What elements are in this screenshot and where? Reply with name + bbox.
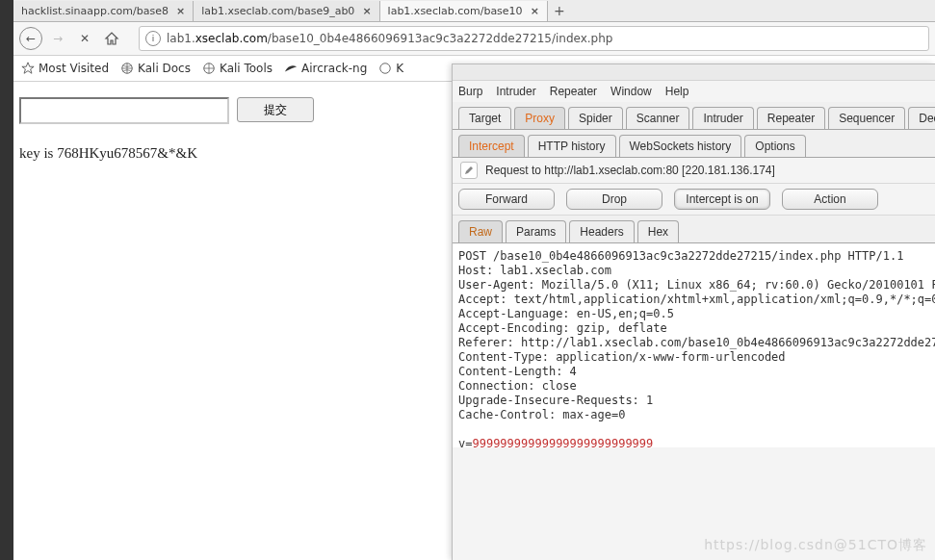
tab-proxy[interactable]: Proxy [514, 107, 565, 129]
viewtab-params[interactable]: Params [506, 220, 566, 242]
tab-title: hacklist.sinaapp.com/base8 [21, 5, 169, 17]
menu-repeater[interactable]: Repeater [550, 85, 597, 98]
bookmark-most-visited[interactable]: Most Visited [21, 62, 109, 75]
tab-strip: hacklist.sinaapp.com/base8 × lab1.xsecla… [13, 0, 935, 22]
bookmark-label: Kali Tools [220, 62, 273, 75]
drop-button[interactable]: Drop [566, 189, 662, 210]
back-button[interactable]: ← [19, 27, 42, 50]
globe-icon [202, 62, 216, 75]
menu-help[interactable]: Help [665, 85, 689, 98]
raw-line: Referer: http://lab1.xseclab.com/base10_… [458, 336, 935, 349]
pencil-icon [464, 165, 474, 175]
close-icon[interactable]: × [531, 5, 539, 17]
raw-line: POST /base10_0b4e4866096913ac9c3a2272dde… [458, 249, 903, 263]
viewtab-raw[interactable]: Raw [458, 220, 503, 242]
close-icon[interactable]: × [362, 5, 371, 17]
stop-button[interactable]: ✕ [73, 27, 96, 50]
tab-scanner[interactable]: Scanner [626, 107, 690, 129]
bookmark-label: K [396, 62, 403, 75]
watermark-text: https://blog.csdn@51CTO博客 [704, 537, 927, 554]
burp-main-tabs: Target Proxy Spider Scanner Intruder Rep… [453, 107, 935, 129]
stop-icon: ✕ [80, 32, 90, 45]
bookmark-label: Kali Docs [138, 62, 191, 75]
submit-button[interactable]: 提交 [237, 97, 314, 122]
raw-line: Cache-Control: max-age=0 [458, 408, 625, 421]
value-input[interactable] [19, 97, 229, 124]
action-button[interactable]: Action [782, 189, 878, 210]
browser-tab-0[interactable]: hacklist.sinaapp.com/base8 × [13, 1, 194, 21]
tab-intruder[interactable]: Intruder [692, 107, 753, 129]
burp-titlebar[interactable] [453, 64, 935, 81]
subtab-options[interactable]: Options [744, 135, 805, 157]
raw-line: Content-Length: 4 [458, 365, 577, 378]
forward-button[interactable]: → [46, 27, 69, 50]
new-tab-button[interactable]: + [548, 3, 571, 18]
menu-intruder[interactable]: Intruder [496, 85, 535, 98]
viewtab-hex[interactable]: Hex [637, 220, 679, 242]
bookmark-truncated[interactable]: K [378, 62, 403, 75]
bookmark-aircrack[interactable]: Aircrack-ng [284, 62, 367, 75]
raw-body-param: v=99999999999999999999999999 [458, 437, 653, 447]
tab-spider[interactable]: Spider [568, 107, 623, 129]
subtab-http-history[interactable]: HTTP history [528, 135, 616, 157]
site-info-icon[interactable]: i [145, 31, 161, 46]
back-arrow-icon: ← [19, 27, 42, 50]
svg-point-2 [380, 64, 391, 74]
raw-line: User-Agent: Mozilla/5.0 (X11; Linux x86_… [458, 278, 935, 292]
burp-menu-bar: Burp Intruder Repeater Window Help [453, 81, 935, 102]
tab-repeater[interactable]: Repeater [757, 107, 825, 129]
intercept-actions: Forward Drop Intercept is on Action [453, 184, 935, 216]
raw-line: Content-Type: application/x-www-form-url… [458, 350, 786, 364]
request-target-text: Request to http://lab1.xseclab.com:80 [2… [485, 164, 775, 177]
wing-icon [284, 62, 298, 75]
browser-tab-1[interactable]: lab1.xseclab.com/base9_ab0 × [194, 1, 379, 21]
bookmark-label: Most Visited [39, 62, 109, 75]
forward-arrow-icon: → [53, 32, 63, 45]
request-view-tabs: Raw Params Headers Hex [453, 220, 935, 242]
bookmark-kali-tools[interactable]: Kali Tools [202, 62, 273, 75]
raw-line: Connection: close [458, 379, 577, 393]
nav-toolbar: ← → ✕ i lab1.xseclab.com/base10_0b4e4866… [13, 22, 935, 56]
os-side-strip [0, 0, 13, 560]
home-icon [104, 31, 119, 46]
menu-window[interactable]: Window [610, 85, 652, 98]
burp-window: Burp Intruder Repeater Window Help Targe… [452, 64, 935, 560]
globe-icon [120, 62, 134, 75]
address-bar[interactable]: i lab1.xseclab.com/base10_0b4e4866096913… [139, 26, 929, 51]
tab-title: lab1.xseclab.com/base9_ab0 [201, 5, 354, 17]
tab-sequencer[interactable]: Sequencer [828, 107, 905, 129]
raw-line: Accept-Encoding: gzip, deflate [458, 321, 667, 335]
globe-icon [378, 62, 392, 75]
tab-decoder[interactable]: Decoder [908, 107, 935, 129]
browser-tab-2[interactable]: lab1.xseclab.com/base10 × [380, 1, 548, 21]
edit-target-button[interactable] [460, 162, 478, 179]
tab-target[interactable]: Target [458, 107, 511, 129]
tab-title: lab1.xseclab.com/base10 [388, 5, 523, 17]
raw-line: Accept: text/html,application/xhtml+xml,… [458, 293, 935, 306]
url-text: lab1.xseclab.com/base10_0b4e4866096913ac… [167, 32, 612, 45]
burp-proxy-subtabs: Intercept HTTP history WebSockets histor… [453, 135, 935, 157]
forward-button[interactable]: Forward [458, 189, 555, 210]
subtab-websockets[interactable]: WebSockets history [619, 135, 742, 157]
menu-burp[interactable]: Burp [458, 85, 482, 98]
request-info-row: Request to http://lab1.xseclab.com:80 [2… [453, 158, 935, 184]
raw-line: Upgrade-Insecure-Requests: 1 [458, 394, 653, 407]
raw-request-editor[interactable]: POST /base10_0b4e4866096913ac9c3a2272dde… [453, 243, 935, 447]
subtab-intercept[interactable]: Intercept [458, 135, 525, 157]
raw-line: Accept-Language: en-US,en;q=0.5 [458, 307, 674, 320]
home-button[interactable] [100, 27, 123, 50]
intercept-toggle-button[interactable]: Intercept is on [674, 189, 770, 210]
close-icon[interactable]: × [176, 5, 185, 17]
bookmark-kali-docs[interactable]: Kali Docs [120, 62, 191, 75]
bookmark-label: Aircrack-ng [301, 62, 367, 75]
star-icon [21, 62, 35, 75]
viewtab-headers[interactable]: Headers [569, 220, 634, 242]
raw-line: Host: lab1.xseclab.com [458, 264, 611, 277]
